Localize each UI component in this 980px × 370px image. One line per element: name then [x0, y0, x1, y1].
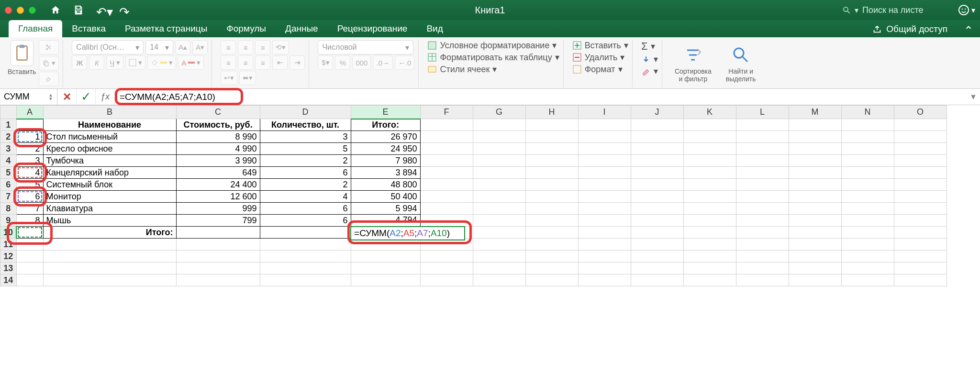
cell-L7[interactable] — [736, 191, 789, 203]
column-header-O[interactable]: O — [894, 106, 947, 119]
search-input[interactable] — [862, 5, 948, 15]
cell-I12[interactable] — [578, 250, 631, 262]
cell-F1[interactable] — [420, 119, 473, 131]
row-header-4[interactable]: 4 — [0, 155, 17, 167]
cell-M13[interactable] — [789, 262, 841, 274]
cell-O7[interactable] — [894, 191, 947, 203]
cell-J12[interactable] — [631, 250, 683, 262]
cell-G4[interactable] — [473, 155, 525, 167]
feedback-smiley-icon[interactable] — [958, 4, 969, 16]
cell-D10[interactable] — [260, 227, 351, 239]
cell-C9[interactable]: 799 — [176, 215, 260, 227]
cell-N8[interactable] — [841, 203, 894, 215]
row-header-8[interactable]: 8 — [0, 203, 17, 215]
cell-L5[interactable] — [736, 167, 789, 179]
cell-A5[interactable]: 4 — [16, 167, 43, 179]
cell-J14[interactable] — [631, 274, 683, 286]
increase-font-button[interactable]: A▴ — [175, 40, 190, 54]
row-header-12[interactable]: 12 — [0, 250, 17, 262]
cell-I13[interactable] — [578, 262, 631, 274]
comma-style-button[interactable]: 000 — [352, 55, 371, 70]
sheet-search[interactable]: ▾ — [842, 5, 948, 15]
cell-G1[interactable] — [473, 119, 525, 131]
cell-N2[interactable] — [841, 131, 894, 143]
cell-D12[interactable] — [260, 250, 351, 262]
cell-J10[interactable] — [631, 227, 683, 239]
cell-K2[interactable] — [683, 131, 736, 143]
bold-button[interactable]: Ж — [72, 55, 87, 70]
cut-button[interactable] — [39, 40, 59, 54]
cell-B5[interactable]: Канцелярский набор — [43, 167, 176, 179]
cell-I5[interactable] — [578, 167, 631, 179]
row-header-9[interactable]: 9 — [0, 215, 17, 227]
cell-B10[interactable]: Итого: — [43, 227, 176, 239]
cell-K13[interactable] — [683, 262, 736, 274]
cell-O5[interactable] — [894, 167, 947, 179]
cell-O2[interactable] — [894, 131, 947, 143]
cell-F8[interactable] — [420, 203, 473, 215]
font-size-select[interactable]: 14▾ — [145, 40, 173, 54]
cell-H11[interactable] — [525, 239, 578, 250]
cell-G14[interactable] — [473, 274, 525, 286]
cell-O4[interactable] — [894, 155, 947, 167]
cell-L8[interactable] — [736, 203, 789, 215]
row-header-2[interactable]: 2 — [0, 131, 17, 143]
cell-D6[interactable]: 2 — [260, 179, 351, 191]
sort-filter-button[interactable]: Сортировка и фильтр — [671, 44, 715, 85]
cell-K10[interactable] — [683, 227, 736, 239]
cell-I3[interactable] — [578, 143, 631, 155]
cell-N5[interactable] — [841, 167, 894, 179]
column-header-B[interactable]: B — [43, 106, 176, 119]
column-header-F[interactable]: F — [420, 106, 473, 119]
cell-G2[interactable] — [473, 131, 525, 143]
cell-D5[interactable]: 6 — [260, 167, 351, 179]
cell-N9[interactable] — [841, 215, 894, 227]
cell-O3[interactable] — [894, 143, 947, 155]
worksheet-grid[interactable]: ABCDEFGHIJKLMNO1НаименованиеСтоимость, р… — [0, 105, 980, 370]
column-header-L[interactable]: L — [736, 106, 789, 119]
row-header-1[interactable]: 1 — [0, 119, 17, 131]
find-select-button[interactable]: Найти и выделить — [722, 44, 760, 85]
percent-button[interactable]: % — [335, 55, 350, 70]
column-header-E[interactable]: E — [351, 106, 420, 119]
cell-G11[interactable] — [473, 239, 525, 250]
row-header-3[interactable]: 3 — [0, 143, 17, 155]
align-left-button[interactable]: ≡ — [221, 55, 236, 70]
align-top-button[interactable]: ≡ — [221, 40, 236, 54]
cell-G13[interactable] — [473, 262, 525, 274]
cell-J6[interactable] — [631, 179, 683, 191]
cell-G12[interactable] — [473, 250, 525, 262]
paste-button[interactable] — [11, 40, 33, 66]
cell-J2[interactable] — [631, 131, 683, 143]
column-header-K[interactable]: K — [683, 106, 736, 119]
cell-I10[interactable] — [578, 227, 631, 239]
font-name-select[interactable]: Calibri (Осн…▾ — [72, 40, 144, 54]
cell-D3[interactable]: 5 — [260, 143, 351, 155]
decrease-font-button[interactable]: A▾ — [192, 40, 208, 54]
cell-N4[interactable] — [841, 155, 894, 167]
cell-C5[interactable]: 649 — [176, 167, 260, 179]
cell-C12[interactable] — [176, 250, 260, 262]
cell-F13[interactable] — [420, 262, 473, 274]
close-window-icon[interactable] — [5, 7, 12, 14]
cell-J5[interactable] — [631, 167, 683, 179]
cell-F4[interactable] — [420, 155, 473, 167]
autosum-button[interactable]: Σ ▾ — [641, 40, 658, 53]
cell-M1[interactable] — [789, 119, 841, 131]
number-format-select[interactable]: Числовой▾ — [318, 40, 413, 54]
cell-B6[interactable]: Системный блок — [43, 179, 176, 191]
cell-D7[interactable]: 4 — [260, 191, 351, 203]
cell-L12[interactable] — [736, 250, 789, 262]
home-icon[interactable] — [50, 5, 61, 15]
cell-C11[interactable] — [176, 239, 260, 250]
cell-M2[interactable] — [789, 131, 841, 143]
cell-B7[interactable]: Монитор — [43, 191, 176, 203]
cell-H4[interactable] — [525, 155, 578, 167]
cell-M8[interactable] — [789, 203, 841, 215]
cell-L14[interactable] — [736, 274, 789, 286]
format-as-table-button[interactable]: Форматировать как таблицу ▾ — [427, 52, 559, 63]
cell-J8[interactable] — [631, 203, 683, 215]
cell-B14[interactable] — [43, 274, 176, 286]
row-header-11[interactable]: 11 — [0, 239, 17, 250]
column-header-G[interactable]: G — [473, 106, 525, 119]
